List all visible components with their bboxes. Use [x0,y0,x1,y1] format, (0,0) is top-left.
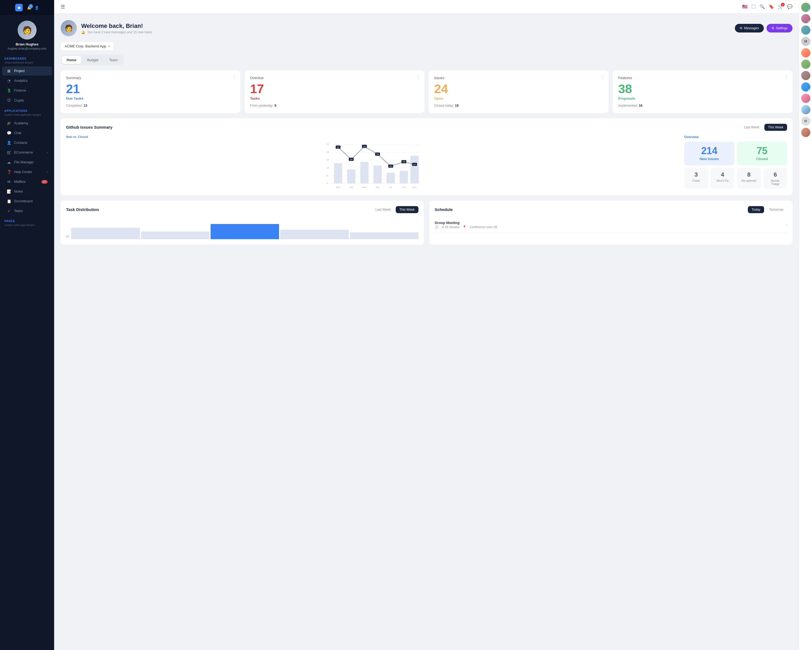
scrumboard-icon: 📋 [6,199,11,203]
reopened-number: 8 [740,171,758,178]
right-avatar-9[interactable] [801,94,810,103]
project-selector-label: ACME Corp. Backend App [65,44,106,48]
search-icon[interactable]: 🔍 [760,4,765,9]
stat-label-features: Proposals [618,96,787,101]
user-search-icon[interactable]: 👤 [35,6,39,10]
sidebar-item-academy[interactable]: 🎓 Academy [2,119,52,128]
schedule-tomorrow-tab[interactable]: Tomorrow [765,206,787,213]
chat-bubble-icon[interactable]: 💬 [787,4,792,9]
github-thisweek-tab[interactable]: This Week [765,124,787,131]
stat-card-title: Summary [66,76,235,80]
right-avatar-5[interactable] [801,48,810,57]
fixed-number: 3 [687,171,705,178]
right-avatar-4[interactable]: M [801,37,810,46]
stat-card-menu[interactable]: ⋮ [601,75,604,79]
tab-home[interactable]: Home [62,56,81,64]
project-selector[interactable]: ACME Corp. Backend App ▾ [61,42,114,50]
svg-text:27: 27 [327,159,329,161]
svg-text:Fri: Fri [389,186,392,188]
right-avatar-11[interactable]: M [801,116,810,126]
main-content: ☰ 🇺🇸 ⛶ 🔍 🔖 🛒 5 💬 🧑 Welcome back, Brian! … [54,0,799,650]
contacts-icon: 👤 [6,141,11,145]
sidebar-item-label: Help Center [14,170,32,174]
notification-button[interactable]: 🔔 3 [27,6,31,10]
sidebar-item-tasks[interactable]: ✓ Tasks [2,206,52,216]
welcome-text: Welcome back, Brian! 🔔 You have 2 new me… [81,23,731,34]
github-section-title: Github Issues Summary [66,125,740,130]
sidebar-item-crypto[interactable]: Ⓢ Crypto [2,96,52,106]
right-avatar-12[interactable] [801,128,810,137]
fullscreen-icon[interactable]: ⛶ [751,5,756,9]
sidebar-item-label: Chat [14,131,21,135]
task-dist-title: Task Distribution [66,207,372,212]
svg-text:Wed: Wed [362,186,366,188]
right-avatar-1[interactable] [801,3,810,12]
right-avatar-8[interactable] [801,82,810,92]
stat-card-menu[interactable]: ⋮ [232,75,236,79]
envelope-icon: ✉ [740,26,742,30]
right-avatar-3[interactable] [801,26,810,35]
svg-text:0: 0 [327,182,328,184]
sidebar-item-filemanager[interactable]: ☁ File Manager [2,158,52,167]
stat-number-issues: 24 [434,82,603,96]
stat-label-issues: Open [434,96,603,101]
tasks-icon: ✓ [6,209,11,213]
schedule-card: Schedule Today Tomorrow Group Meeting 🕐 … [429,201,792,245]
sidebar-item-mailbox[interactable]: ✉ Mailbox 27 [2,177,52,186]
sidebar-item-label: Tasks [14,209,23,213]
right-avatar-7[interactable] [801,71,810,80]
section-applications-sublabel: Custom made application designs [0,113,54,118]
schedule-title: Schedule [435,207,748,212]
welcome-bar: 🧑 Welcome back, Brian! 🔔 You have 2 new … [61,20,792,36]
line-bar-chart: 45 36 27 18 9 0 [66,141,679,190]
stat-card-menu[interactable]: ⋮ [785,75,788,79]
section-pages-sublabel: Custom made page designs [0,224,54,229]
app-logo[interactable]: ◆ [15,4,23,11]
sidebar-item-contacts[interactable]: 👤 Contacts [2,138,52,147]
sidebar-item-project[interactable]: ⊞ Project [2,66,52,76]
stat-number-overdue: 17 [250,82,419,96]
chart-area: New vs. Closed 45 36 27 18 9 0 [66,135,679,190]
right-avatar-10[interactable] [801,105,810,114]
cart-icon[interactable]: 🛒 5 [778,4,783,9]
sidebar: ◆ 🔔 3 👤 🧑 Brian Hughes hughes.brian@comp… [0,0,54,650]
stat-card-summary: Summary ⋮ 21 Due Tasks Completed: 13 [61,70,240,113]
task-dist-lastweek-tab[interactable]: Last Week [372,206,394,213]
welcome-avatar: 🧑 [61,20,77,36]
new-issues-number: 214 [688,146,730,156]
sidebar-item-analytics[interactable]: ◔ Analytics [2,76,52,85]
schedule-today-tab[interactable]: Today [748,206,764,213]
stat-card-menu[interactable]: ⋮ [417,75,420,79]
right-avatar-2[interactable] [801,14,810,23]
filemanager-icon: ☁ [6,160,11,164]
right-avatar-6[interactable] [801,60,810,69]
sidebar-item-helpcenter[interactable]: ❓ Help Center › [2,167,52,177]
messages-button[interactable]: ✉ Messages [735,24,764,32]
svg-text:34: 34 [376,153,379,156]
task-dist-thisweek-tab[interactable]: This Week [396,206,418,213]
section-dashboards-label: DASHBOARDS [0,54,54,61]
task-dist-header: Task Distribution Last Week This Week [66,206,418,213]
flag-icon[interactable]: 🇺🇸 [742,4,748,9]
sidebar-item-notes[interactable]: 📝 Notes [2,187,52,196]
bookmark-icon[interactable]: 🔖 [769,4,774,9]
welcome-subtitle: 🔔 You have 2 new messages and 15 new tas… [81,30,731,34]
sidebar-item-finance[interactable]: 💲 Finance [2,86,52,95]
tab-team[interactable]: Team [104,56,123,64]
settings-button[interactable]: ⚙ Settings [766,24,792,32]
user-email: hughes.brian@company.com [4,47,50,50]
sidebar-item-scrumboard[interactable]: 📋 Scrumboard [2,197,52,206]
helpcenter-arrow: › [47,171,47,174]
task-dist-chart: 40 [66,217,418,239]
svg-rect-14 [360,162,369,184]
github-lastweek-tab[interactable]: Last Week [740,124,763,131]
svg-rect-12 [334,163,342,184]
section-pages-label: PAGES [0,216,54,224]
sidebar-item-ecommerce[interactable]: 🛒 ECommerce › [2,148,52,157]
svg-text:9: 9 [327,174,328,177]
tab-budget[interactable]: Budget [82,56,103,64]
sidebar-item-chat[interactable]: 💬 Chat [2,128,52,138]
stat-sub-summary: Completed: 13 [66,104,235,107]
schedule-arrow-icon[interactable]: › [786,223,787,227]
menu-icon[interactable]: ☰ [61,4,65,10]
